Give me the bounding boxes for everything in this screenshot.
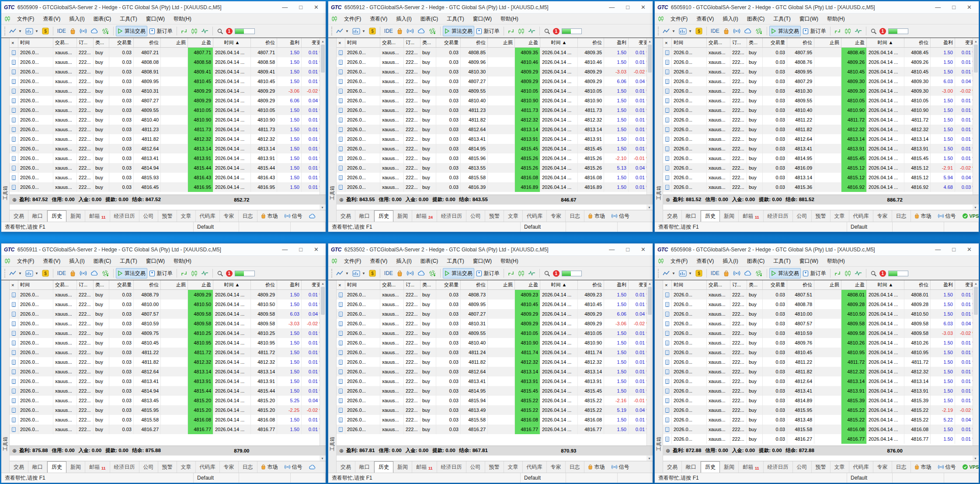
column-header[interactable]: 交易量 bbox=[763, 280, 787, 289]
bar-chart-button[interactable]: ▼ bbox=[351, 268, 367, 279]
tab-8[interactable]: 文章 bbox=[831, 461, 849, 473]
chevron-down-icon[interactable]: ▼ bbox=[688, 272, 692, 275]
menu-item[interactable]: 文件(F) bbox=[666, 14, 692, 24]
table-row[interactable]: 2026.0...xauus...222...buy0.034807.57480… bbox=[10, 309, 326, 319]
candles-pair-icon[interactable] bbox=[516, 268, 526, 279]
table-row[interactable]: 2026.0...xauus...222...buy0.034813.14481… bbox=[663, 173, 979, 182]
table-row[interactable]: 2026.0...xauus...222...buy0.034810.31480… bbox=[10, 86, 326, 96]
table-row[interactable]: 2026.0...xauus...222...buy0.034807.57480… bbox=[663, 319, 979, 328]
new-order-button[interactable]: 新订单 bbox=[801, 26, 828, 36]
column-header[interactable]: 时间 bbox=[345, 38, 380, 47]
toolbar-grip[interactable] bbox=[331, 269, 333, 278]
table-row[interactable]: 2026.0...xauus...222...buy0.034809.55481… bbox=[10, 105, 326, 115]
tab-8[interactable]: 文章 bbox=[504, 461, 523, 473]
chevron-down-icon[interactable]: ▼ bbox=[35, 29, 38, 33]
table-row[interactable]: 2026.0...xauus...222...buy0.034811.82481… bbox=[337, 115, 653, 125]
tab-7[interactable]: 预警 bbox=[485, 210, 504, 222]
menu-item[interactable]: 工具(T) bbox=[115, 14, 141, 24]
window-titlebar[interactable]: GTC 6505912 - GTCGlobalSA-Server 2 - Hed… bbox=[328, 1, 653, 14]
tab-signals[interactable]: 信号 bbox=[608, 461, 632, 473]
close-button[interactable]: ✕ bbox=[967, 4, 972, 10]
column-header[interactable]: 订... bbox=[404, 38, 420, 47]
table-row[interactable]: 2026.0...xauus...222...buy0.034809.55481… bbox=[663, 96, 979, 105]
tab-0[interactable]: 交易 bbox=[663, 461, 682, 473]
tab-4[interactable]: 邮箱11 bbox=[739, 461, 764, 473]
column-header[interactable]: 止盈 bbox=[515, 38, 540, 47]
search-icon[interactable] bbox=[215, 268, 225, 279]
copy-trading-radar-icon[interactable] bbox=[754, 268, 765, 279]
table-row[interactable]: 2026.0...xauus...222...buy0.034811.22481… bbox=[663, 357, 979, 367]
tab-1[interactable]: 敞口 bbox=[28, 461, 47, 473]
search-icon[interactable] bbox=[869, 26, 879, 36]
table-row[interactable]: 2026.0...xauus...222...buy0.034807.27480… bbox=[337, 77, 653, 86]
scroll-down-icon[interactable]: ▼ bbox=[320, 205, 325, 210]
signal-icon[interactable] bbox=[78, 26, 89, 36]
window-titlebar[interactable]: GTC 6253502 - GTCGlobalSA-Server 2 - Hed… bbox=[328, 244, 653, 256]
bar-chart-button[interactable]: ▼ bbox=[24, 268, 40, 279]
close-toolbox-button[interactable]: × bbox=[337, 38, 345, 47]
signal-icon[interactable] bbox=[731, 268, 742, 279]
toolbox-dock-strip[interactable]: 工具箱 bbox=[655, 38, 663, 222]
tab-6[interactable]: 公司 bbox=[466, 461, 485, 473]
new-order-button[interactable]: 新订单 bbox=[474, 26, 501, 36]
menu-item[interactable]: 查看(V) bbox=[692, 256, 718, 266]
toolbox-dock-strip[interactable]: 工具箱 bbox=[328, 280, 337, 473]
column-header[interactable]: 价位 bbox=[461, 38, 488, 47]
menu-item[interactable]: 帮助(H) bbox=[496, 14, 523, 24]
chevron-down-icon[interactable]: ▼ bbox=[672, 29, 675, 33]
cloud-icon[interactable] bbox=[416, 26, 427, 36]
table-row[interactable]: 2026.0...xauus...222...buy0.034815.58481… bbox=[337, 173, 653, 182]
expand-summary-icon[interactable]: ⊕ bbox=[666, 448, 670, 454]
table-row[interactable]: 2026.0...xauus...222...buy0.034810.40481… bbox=[663, 105, 979, 115]
waveform-icon[interactable] bbox=[199, 26, 210, 36]
status-profile[interactable]: Default bbox=[194, 473, 239, 483]
close-toolbox-button[interactable]: × bbox=[663, 280, 672, 289]
table-row[interactable]: 2026.0...xauus...222...buy0.034809.95481… bbox=[337, 299, 653, 309]
column-header[interactable]: 止盈 bbox=[188, 280, 213, 289]
column-header[interactable]: 止损 bbox=[814, 38, 841, 47]
table-row[interactable]: 2026.0...xauus...222...buy0.034815.94481… bbox=[337, 396, 653, 405]
toolbox-dock-strip[interactable]: 工具箱 bbox=[1, 38, 10, 222]
column-header[interactable]: 交易... bbox=[53, 38, 77, 47]
dollar-quotes-button[interactable]: $ bbox=[367, 268, 378, 279]
table-row[interactable]: 2026.0...xauus...222...buy0.034815.95481… bbox=[10, 405, 326, 415]
tab-4[interactable]: 邮箱11 bbox=[412, 461, 437, 473]
tab-signals[interactable]: 信号 bbox=[281, 210, 306, 222]
copy-trading-radar-icon[interactable] bbox=[427, 268, 438, 279]
notification-badge[interactable]: 1 bbox=[226, 270, 233, 277]
line-chart-button[interactable]: ▼ bbox=[334, 26, 351, 36]
signal-icon[interactable] bbox=[405, 26, 416, 36]
chevron-down-icon[interactable]: ▼ bbox=[672, 272, 675, 275]
notification-badge[interactable]: 1 bbox=[553, 28, 560, 35]
cloud-edge-icon[interactable] bbox=[306, 210, 319, 222]
column-header[interactable]: 时间 bbox=[18, 280, 53, 289]
table-row[interactable]: 2026.0...xauus...222...buy0.034810.31480… bbox=[337, 319, 653, 328]
window-titlebar[interactable]: GTC 6505909 - GTCGlobalSA-Server 2 - Hed… bbox=[1, 1, 326, 14]
scrollbar-thumb[interactable] bbox=[648, 287, 652, 315]
table-row[interactable]: 2026.0...xauus...222...buy0.034816.09481… bbox=[663, 163, 979, 173]
column-header[interactable]: 止盈 bbox=[841, 280, 867, 289]
tab-7[interactable]: 预警 bbox=[812, 461, 831, 473]
scroll-down-icon[interactable]: ▼ bbox=[320, 456, 325, 461]
table-row[interactable]: 2026.0...xauus...222...buy0.034809.75481… bbox=[10, 328, 326, 338]
table-row[interactable]: 2026.0...xauus...222...buy0.034813.41481… bbox=[663, 144, 979, 153]
algo-trading-button[interactable]: 算法交易 bbox=[769, 268, 801, 279]
notification-badge[interactable]: 1 bbox=[553, 270, 560, 277]
column-header[interactable]: 时间 ▲ bbox=[867, 280, 904, 289]
menu-item[interactable]: 文件(F) bbox=[666, 256, 692, 266]
menu-item[interactable]: 插入(I) bbox=[65, 256, 89, 266]
menu-item[interactable]: 插入(I) bbox=[718, 14, 742, 24]
tab-market[interactable]: 市场 bbox=[911, 210, 935, 222]
scroll-up-icon[interactable]: ▲ bbox=[320, 38, 326, 44]
status-profile[interactable]: Default bbox=[194, 222, 239, 232]
close-button[interactable]: ✕ bbox=[314, 247, 319, 252]
table-row[interactable]: 2026.0...xauus...222...buy0.034813.41481… bbox=[337, 376, 653, 386]
ide-button[interactable]: IDE bbox=[56, 268, 68, 279]
chevron-down-icon[interactable]: ▼ bbox=[18, 29, 22, 33]
toolbar-grip[interactable] bbox=[4, 269, 6, 278]
ide-button[interactable]: IDE bbox=[382, 26, 395, 36]
tab-4[interactable]: 邮箱11 bbox=[739, 210, 764, 222]
table-row[interactable]: 2026.0...xauus...222...buy0.034811.82481… bbox=[10, 357, 326, 367]
table-row[interactable]: 2026.0...xauus...222...buy0.034810.45481… bbox=[10, 338, 326, 348]
column-header[interactable]: 交易... bbox=[707, 280, 730, 289]
